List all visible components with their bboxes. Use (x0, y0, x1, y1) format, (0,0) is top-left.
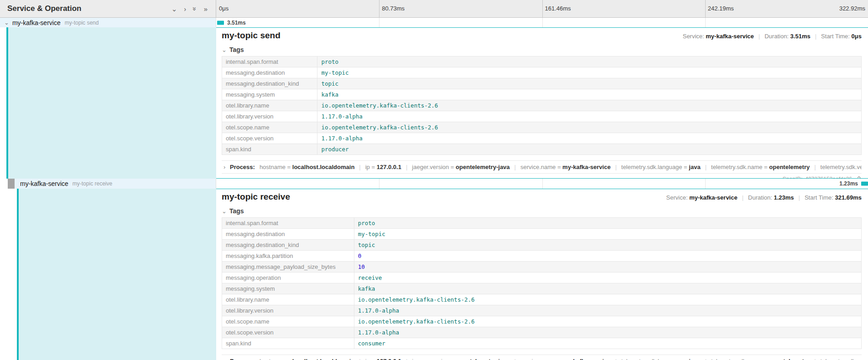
process-kv: telemetry.sdk.languagejava (611, 164, 701, 170)
span-meta-pair: Service: my-kafka-service (683, 33, 754, 40)
tag-value: receive (358, 274, 382, 281)
ruler-tick-label: 80.73ms (382, 0, 405, 17)
span-tree-fill[interactable] (8, 27, 216, 179)
tag-value: 10 (358, 263, 365, 270)
span-row-send: ⌄ my-kafka-service my-topic send 3.51ms (0, 18, 868, 27)
chevron-down-icon[interactable]: ⌄ (4, 20, 9, 26)
tag-row: internal.span.formatproto (222, 218, 862, 229)
span-detail-header: my-topic send Service: my-kafka-serviceD… (222, 31, 862, 41)
expand-one-icon[interactable]: › (184, 5, 186, 12)
span-bar-cell[interactable]: 3.51ms (216, 18, 868, 27)
expand-collapse-toolbar: ⌄›»» (172, 5, 208, 12)
tag-value: 0 (358, 252, 362, 259)
span-name-cell[interactable]: my-kafka-service my-topic receive (0, 179, 216, 189)
span-service-name: my-kafka-service (12, 19, 61, 26)
tag-key: messaging.destination_kind (222, 240, 354, 251)
tag-key: span.kind (222, 338, 354, 349)
tag-row: span.kindproducer (222, 144, 862, 155)
tag-key: messaging.destination (222, 67, 317, 78)
tree-gutter (0, 27, 6, 179)
process-kv: hostnamelocalhost.localdomain (260, 164, 354, 170)
collapse-all-icon[interactable]: » (192, 7, 198, 10)
span-operation-name: my-topic receive (73, 180, 112, 187)
tag-key: otel.scope.version (222, 327, 354, 338)
ruler-gridline (379, 0, 379, 17)
tag-value: 1.17.0-alpha (358, 329, 399, 336)
tag-value: io.opentelemetry.kafka-clients-2.6 (358, 318, 475, 325)
chevron-right-icon: › (223, 164, 225, 170)
expand-all-icon[interactable]: » (204, 5, 208, 12)
ruler-tick-label: 0μs (219, 0, 229, 17)
span-duration-label: 1.23ms (839, 180, 858, 187)
service-operation-header: Service & Operation ⌄›»» (0, 0, 216, 17)
tag-key: otel.scope.name (222, 122, 317, 133)
tag-key: messaging.system (222, 89, 317, 100)
ruler-gridline (542, 0, 543, 17)
chevron-down-icon: ⌄ (222, 208, 227, 214)
ruler-gridline (705, 0, 706, 17)
tag-value: topic (321, 80, 338, 87)
tag-value: producer (321, 146, 348, 153)
process-kv: telemetry.sdk.version1.17.0 (810, 164, 862, 170)
span-detail-panel: my-topic receive Service: my-kafka-servi… (216, 189, 868, 360)
span-tree-fill[interactable] (19, 189, 216, 360)
tag-row: internal.span.formatproto (222, 57, 862, 67)
process-kv: telemetry.sdk.version1.17.0 (810, 358, 862, 360)
tag-key: internal.span.format (222, 218, 354, 229)
process-kv: telemetry.sdk.nameopentelemetry (701, 164, 810, 170)
process-kv: ip127.0.0.1 (354, 358, 401, 360)
tag-row: messaging.systemkafka (222, 89, 862, 100)
process-kv: service.namemy-kafka-service (510, 164, 611, 170)
tag-value: kafka (321, 91, 338, 98)
span-id-row: SpanID: 407276152aafdc36 (222, 175, 862, 179)
span-bar-cell[interactable]: 1.23ms (216, 179, 868, 189)
tag-row: otel.library.version1.17.0-alpha (222, 111, 862, 122)
tags-section-label: Tags (229, 46, 244, 53)
tag-row: messaging.destinationmy-topic (222, 67, 862, 78)
span-detail-row-send: my-topic send Service: my-kafka-serviceD… (0, 27, 868, 179)
span-name-area[interactable]: my-kafka-service my-topic receive (15, 179, 216, 189)
timeline-ruler: 0μs80.73ms161.46ms242.19ms322.92ms (216, 0, 868, 17)
tag-row: otel.library.version1.17.0-alpha (222, 305, 862, 316)
process-kv: hostnamelocalhost.localdomain (260, 358, 354, 360)
tag-value: 1.17.0-alpha (321, 113, 362, 120)
tree-connector[interactable] (8, 179, 15, 189)
timeline-header: Service & Operation ⌄›»» 0μs80.73ms161.4… (0, 0, 868, 18)
tag-row: otel.scope.version1.17.0-alpha (222, 327, 862, 338)
process-accordion-toggle[interactable]: › Process:hostnamelocalhost.localdomaini… (222, 160, 862, 174)
tag-key: otel.library.name (222, 294, 354, 305)
tag-value: kafka (358, 285, 375, 292)
tag-row: span.kindconsumer (222, 338, 862, 349)
span-duration-bar[interactable] (861, 182, 868, 186)
span-detail-panel: my-topic send Service: my-kafka-serviceD… (216, 27, 868, 179)
tag-key: otel.scope.version (222, 133, 317, 144)
span-meta-pair: Start Time: 321.69ms (794, 194, 862, 201)
service-operation-title: Service & Operation (7, 4, 82, 13)
tags-accordion-toggle[interactable]: ⌄ Tags (222, 207, 862, 215)
span-operation-name: my-topic send (65, 20, 99, 26)
span-detail-meta: Service: my-kafka-serviceDuration: 3.51m… (683, 33, 862, 40)
tags-section-label: Tags (229, 207, 244, 215)
tag-value: io.opentelemetry.kafka-clients-2.6 (321, 124, 438, 131)
tag-value: topic (358, 242, 375, 248)
process-kv: jaeger.versionopentelemetry-java (401, 358, 510, 360)
tags-table: internal.span.formatprotomessaging.desti… (222, 217, 862, 349)
tags-accordion-toggle[interactable]: ⌄ Tags (222, 46, 862, 53)
span-detail-row-receive: my-topic receive Service: my-kafka-servi… (0, 189, 868, 360)
span-name-cell[interactable]: ⌄ my-kafka-service my-topic send (0, 18, 216, 27)
process-accordion-toggle[interactable]: › Process:hostnamelocalhost.localdomaini… (222, 355, 862, 360)
process-label: Process: (230, 164, 255, 170)
collapse-one-icon[interactable]: ⌄ (172, 5, 177, 12)
span-detail-meta: Service: my-kafka-serviceDuration: 1.23m… (666, 194, 862, 201)
span-duration-bar[interactable] (217, 21, 224, 25)
tag-row: messaging.kafka.partition0 (222, 251, 862, 262)
tag-key: otel.library.version (222, 305, 354, 316)
tag-value: proto (358, 220, 375, 226)
process-kv: ip127.0.0.1 (354, 164, 401, 170)
tag-key: internal.span.format (222, 57, 317, 67)
tag-key: messaging.message_payload_size_bytes (222, 262, 354, 273)
trace-timeline-view: Service & Operation ⌄›»» 0μs80.73ms161.4… (0, 0, 868, 360)
span-detail-title: my-topic receive (222, 192, 290, 202)
tag-row: otel.library.nameio.opentelemetry.kafka-… (222, 294, 862, 305)
tag-key: messaging.destination_kind (222, 78, 317, 89)
